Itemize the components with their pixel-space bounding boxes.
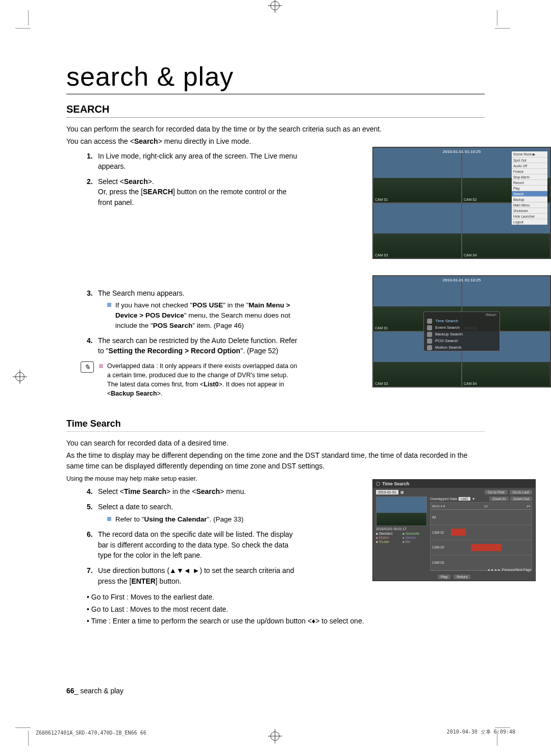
context-menu-item: Stop Alarm bbox=[512, 174, 547, 180]
screenshot-time-search-panel: Time Search 2010-01-01 ▦ Go to First Go … bbox=[372, 479, 536, 581]
context-menu-item: Main Menu bbox=[512, 202, 547, 208]
backup-icon bbox=[427, 332, 432, 337]
registration-mark-icon bbox=[270, 1, 280, 10]
context-menu-item: Hide Launcher bbox=[512, 214, 547, 219]
pos-icon bbox=[427, 338, 432, 344]
bullet-square-icon bbox=[99, 364, 103, 368]
bullet-gotofirst: Go to First : Moves to the earliest date… bbox=[87, 591, 485, 604]
ts-intro-1: You can search for recorded data of a de… bbox=[66, 438, 485, 448]
cam-label: CAM 04 bbox=[464, 382, 477, 385]
note-icon: ✎ bbox=[81, 361, 94, 373]
context-menu-item: Play bbox=[512, 186, 547, 191]
context-menu: Scene Mode ▶Spot OutAudio OffFreezeStop … bbox=[512, 151, 547, 225]
section-heading-time-search: Time Search bbox=[66, 419, 485, 432]
print-job-id: Z6806127401A_SRD-470,470D-IB_EN66 66 bbox=[36, 730, 146, 736]
panel-title: Time Search bbox=[373, 480, 535, 488]
context-menu-item: Backup bbox=[512, 197, 547, 202]
context-menu-item: Search bbox=[512, 191, 547, 197]
context-menu-item: Logout bbox=[512, 219, 547, 225]
timestamp-label: 2010-01-01 01:10:25 bbox=[443, 149, 481, 154]
screenshot-search-menu: 2010-01-01 01:10:25 CAM 01 CAM 02 CAM 03… bbox=[372, 275, 551, 387]
registration-mark-icon bbox=[270, 732, 280, 741]
cam-label: CAM 03 bbox=[375, 382, 388, 385]
menu-item-backup-search: Backup Search bbox=[424, 331, 499, 337]
event-icon bbox=[427, 325, 432, 330]
step-3: 3. The Search menu appears. If you have … bbox=[87, 288, 301, 330]
ts-intro-2: As the time to display may be different … bbox=[66, 450, 485, 471]
info-note: ✎ Overlapped data : It only appears if t… bbox=[81, 361, 300, 399]
date-field: 2010-01-01 bbox=[376, 490, 398, 494]
return-label: Return bbox=[424, 312, 499, 318]
play-button: Play bbox=[438, 575, 451, 579]
bullet-square-icon bbox=[107, 303, 111, 307]
context-menu-item: Record bbox=[512, 180, 547, 186]
context-menu-item: Scene Mode ▶ bbox=[512, 151, 547, 158]
cam-label: CAM 02 bbox=[464, 198, 477, 201]
menu-item-motion-search: Motion Search bbox=[424, 344, 499, 351]
pagination-label: ◄◄ ►► Previous/Next Page bbox=[487, 568, 531, 571]
goto-last-button: Go to Last bbox=[510, 490, 532, 494]
cam-label: CAM 01 bbox=[375, 326, 388, 330]
zoom-out-button: Zoom Out bbox=[510, 497, 532, 501]
context-menu-item: Freeze bbox=[512, 169, 547, 174]
motion-icon bbox=[427, 345, 432, 350]
clock-icon bbox=[427, 319, 432, 324]
cam-label: CAM 03 bbox=[375, 253, 388, 257]
menu-item-pos-search: POS Search bbox=[424, 337, 499, 344]
context-menu-item: Spot Out bbox=[512, 158, 547, 163]
bullet-square-icon bbox=[107, 517, 111, 521]
section-heading-search: SEARCH bbox=[66, 103, 485, 118]
intro-line-1: You can perform the search for recorded … bbox=[66, 124, 485, 134]
legend: Standard Schedule Motion Sensor V.Loss E… bbox=[376, 532, 427, 543]
context-menu-item: Shutdown bbox=[512, 208, 547, 214]
step-ts-4: 4. Select <Time Search> in the <Search> … bbox=[87, 486, 301, 497]
preview-thumbnail bbox=[376, 497, 427, 526]
screenshot-live-context-menu: 2010-01-01 01:10:25 CAM 01 CAM 02 CAM 03… bbox=[372, 147, 551, 259]
registration-mark-icon bbox=[15, 372, 24, 381]
page-footer: 66_ search & play bbox=[66, 687, 123, 695]
step-ts-7: 7. Use direction buttons (▲▼◄ ►) to set … bbox=[87, 565, 301, 586]
step-ts-5: 5. Select a date to search. Refer to "Us… bbox=[87, 502, 301, 524]
intro-line-2: You can access the <Search> menu directl… bbox=[66, 136, 485, 146]
step-1: 1. In Live mode, right-click any area of… bbox=[87, 151, 301, 172]
step-4: 4. The search can be restricted by the A… bbox=[87, 335, 301, 356]
timeline-grid: 00:01 6 81224 All CAM 01 CAM 02 CAM 03 bbox=[430, 502, 532, 571]
step-2: 2. Select <Search>. Or, press the [SEARC… bbox=[87, 176, 301, 207]
return-button: Return bbox=[454, 575, 470, 579]
context-menu-item: Audio Off bbox=[512, 163, 547, 169]
step-3-note: If you have not checked "POS USE" in the… bbox=[107, 300, 301, 330]
thumb-timestamp: 2010/01/01 00:01:17 bbox=[376, 527, 427, 531]
cam-label: CAM 01 bbox=[375, 198, 388, 201]
zoom-in-button: Zoom In bbox=[489, 497, 509, 501]
print-timestamp: 2010-04-30 오후 6:09:48 bbox=[447, 728, 515, 736]
search-popup-menu: Return Time Search Event Search Backup S… bbox=[423, 311, 500, 351]
menu-item-event-search: Event Search bbox=[424, 324, 499, 331]
goto-first-button: Go to First bbox=[485, 490, 508, 494]
overlapped-row: Overlapped Data List1 ▼ Zoom In Zoom Out bbox=[430, 497, 532, 501]
clock-icon bbox=[376, 482, 380, 486]
calendar-icon: ▦ bbox=[400, 490, 404, 494]
cam-label: CAM 04 bbox=[464, 253, 477, 257]
menu-item-time-search: Time Search bbox=[424, 318, 499, 324]
step-ts-6: 6. The record data on the specific date … bbox=[87, 529, 301, 560]
step-ts-5-note: Refer to "Using the Calendar". (Page 33) bbox=[107, 514, 301, 525]
bullet-time: Time : Enter a time to perform the searc… bbox=[87, 615, 485, 628]
bullet-gotolast: Go to Last : Moves to the most recent da… bbox=[87, 604, 485, 616]
page-title: search & play bbox=[66, 61, 485, 94]
timestamp-label: 2010-01-01 01:10:25 bbox=[443, 278, 481, 282]
